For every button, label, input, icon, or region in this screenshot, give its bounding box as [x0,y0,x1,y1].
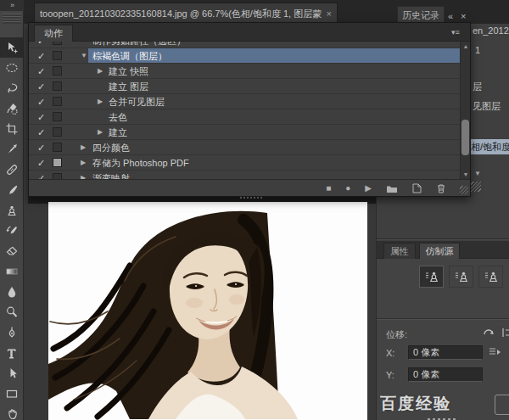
history-step-selected[interactable]: 相/饱和度 [471,139,509,154]
action-row[interactable]: ✓建立 图层 [29,79,460,94]
panel-resize-grip[interactable] [460,186,468,194]
collapse-arrow-icon[interactable]: ▶ [98,94,103,109]
offset-y-input[interactable]: 0 像素 [408,367,483,382]
dialog-toggle-box[interactable] [53,66,62,76]
record-button[interactable]: ● [345,180,350,197]
action-row[interactable]: ✓▶存储为 Photoshop PDF [29,155,460,171]
tool-path-selection[interactable] [0,363,24,384]
action-toggle-check[interactable]: ✓ [37,94,45,109]
tab-clone-source[interactable]: 仿制源 [419,243,460,259]
scale-link-icon[interactable] [488,346,501,362]
tool-hand[interactable] [0,404,24,420]
collapse-arrow-icon[interactable]: ▶ [81,140,86,155]
action-row[interactable]: ✓制作剪贴路径（选区） [29,42,460,48]
tool-eraser[interactable] [0,241,24,261]
crop-icon [5,122,19,136]
action-toggle-check[interactable]: ✓ [37,125,45,140]
tool-gradient[interactable] [0,261,24,282]
clone-source-1-button[interactable] [419,266,444,288]
tool-blur[interactable] [0,282,24,302]
tool-history-brush[interactable] [0,221,24,241]
toolbar-grip[interactable] [3,14,21,24]
collapse-arrow-icon[interactable]: ▶ [98,64,103,79]
dialog-toggle-box[interactable] [53,112,62,121]
canvas[interactable] [48,202,367,420]
tab-history[interactable]: 历史记录 [397,6,445,24]
x-label: X: [386,345,398,361]
collapse-panel-icon[interactable]: » [0,0,24,11]
action-row[interactable]: ✓▶渐变映射 [29,171,460,179]
action-row[interactable]: ✓▶建立 快照 [29,64,460,79]
dialog-toggle-box[interactable] [53,51,62,60]
eraser-icon [5,244,19,258]
clone-stamp-icon [5,204,19,217]
reset-transform-icon[interactable] [482,327,495,342]
action-toggle-check[interactable]: ✓ [37,79,45,94]
offset-label: 位移: [386,328,407,341]
panel-divider [377,318,509,320]
offset-x-input[interactable]: 0 像素 [408,345,483,360]
stop-button[interactable]: ■ [326,180,331,197]
tool-type[interactable] [0,343,24,363]
tool-pen[interactable] [0,322,24,343]
tool-move[interactable] [0,37,24,58]
history-resize-grip[interactable] [471,182,481,192]
tool-shape[interactable] [0,384,24,404]
action-toggle-check[interactable]: ✓ [37,171,45,179]
history-scroll-down-icon[interactable]: ▼ [474,170,481,177]
dialog-toggle-box[interactable] [53,143,62,152]
action-row[interactable]: ✓去色 [29,109,460,125]
action-label: 四分颜色 [92,140,130,155]
dialog-toggle-box[interactable] [53,97,62,106]
tool-quick-selection[interactable] [0,98,24,119]
close-document-icon[interactable]: × [327,8,332,19]
action-label: 去色 [109,109,127,125]
tab-actions[interactable]: 动作 [34,25,73,42]
clone-source-3-button[interactable] [478,266,503,288]
dialog-toggle-box[interactable] [53,127,62,137]
tool-brush[interactable] [0,180,24,200]
tool-elliptical-marquee[interactable] [0,58,24,78]
history-item-fragment: en_20121 [473,25,509,36]
action-toggle-check[interactable]: ✓ [37,42,45,48]
collapse-dock-icon[interactable]: « [448,11,452,21]
dialog-toggle-box[interactable] [53,42,62,45]
delete-button[interactable] [436,183,446,193]
dialog-toggle-box[interactable] [53,173,62,179]
scroll-up-icon[interactable]: ▲ [461,43,471,49]
quick-selection-icon [5,102,19,115]
dialog-toggle-box[interactable] [53,158,62,167]
panel-menu-icon[interactable]: ▾≡ [451,28,467,36]
collapse-arrow-icon[interactable]: ▶ [81,171,86,179]
expand-arrow-icon[interactable]: ▼ [81,48,87,64]
action-toggle-check[interactable]: ✓ [37,109,45,125]
collapse-arrow-icon[interactable]: ▶ [98,125,103,140]
scrollbar-thumb[interactable] [461,120,469,155]
actions-scrollbar[interactable]: ▲ ▼ [460,42,470,179]
close-panel-icon[interactable]: × [461,11,466,21]
action-toggle-check[interactable]: ✓ [37,64,45,79]
action-row[interactable]: ✓▼棕褐色调（图层） [29,48,460,64]
tab-properties[interactable]: 属性 [383,243,416,259]
tool-healing-brush[interactable] [0,160,24,180]
action-toggle-check[interactable]: ✓ [37,155,45,171]
action-row[interactable]: ✓▶建立 [29,125,460,140]
new-folder-button[interactable] [386,184,398,193]
action-toggle-check[interactable]: ✓ [37,140,45,155]
document-tab[interactable]: tooopen_201210302335160814.jpg @ 66.7%(色… [34,3,338,24]
new-action-button[interactable] [412,183,422,193]
flip-icon[interactable] [502,327,509,342]
clone-source-2-button[interactable] [449,266,473,288]
tool-clone-stamp[interactable] [0,200,24,221]
collapse-arrow-icon[interactable]: ▶ [81,155,86,171]
tool-dodge[interactable] [0,302,24,322]
dialog-toggle-box[interactable] [53,81,62,91]
tool-lasso[interactable] [0,78,24,98]
scroll-down-icon[interactable]: ▼ [461,171,471,177]
tool-eyedropper[interactable] [0,139,24,160]
play-button[interactable]: ▶ [365,180,372,197]
action-row[interactable]: ✓▶合并可见图层 [29,94,460,109]
action-toggle-check[interactable]: ✓ [37,48,45,64]
action-row[interactable]: ✓▶四分颜色 [29,140,460,155]
tool-crop[interactable] [0,119,24,139]
